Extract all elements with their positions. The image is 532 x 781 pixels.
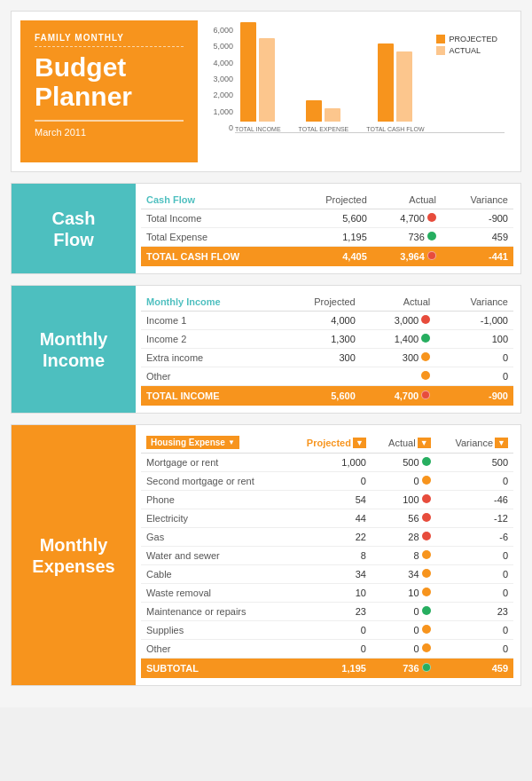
dot-exp9-green — [422, 606, 431, 615]
income-table: Monthly Income Projected Actual Variance… — [141, 293, 513, 406]
cashflow-table: Cash Flow Projected Actual Variance Tota… — [141, 191, 513, 266]
expenses-col4: Variance ▼ — [436, 432, 513, 454]
expense-row3-projected: 54 — [286, 491, 372, 509]
dot-income2-green — [421, 334, 430, 343]
expenses-label-text: MonthlyExpenses — [32, 534, 114, 577]
variance-dropdown-btn[interactable]: ▼ — [495, 438, 508, 448]
expense-row5-projected: 22 — [286, 528, 372, 547]
header-left: FAMILY MONTHLY BudgetPlanner March 2011 — [20, 20, 198, 162]
cashflow-col4: Variance — [442, 191, 513, 209]
bar-income-actual — [259, 38, 275, 122]
expense-row3-variance: -46 — [436, 491, 513, 509]
expenses-table: Housing Expense ▼ Projected ▼ — [141, 432, 513, 678]
dot-exp1-green — [422, 457, 431, 466]
income-col3: Actual — [361, 293, 435, 312]
income-col1: Monthly Income — [141, 293, 278, 312]
header-right: 6,000 5,000 4,000 3,000 2,000 1,000 0 — [198, 20, 512, 162]
expenses-total-variance: 459 — [436, 659, 513, 679]
bar-label-expense: TOTAL EXPENSE — [299, 126, 349, 132]
income-row4-projected — [278, 367, 361, 386]
expense-row9-projected: 23 — [286, 603, 372, 621]
expense-row10-label: Supplies — [141, 621, 286, 640]
legend-projected: PROJECTED — [436, 35, 497, 43]
income-row-3: Extra income 300 300 0 — [141, 349, 513, 367]
bar-group-cashflow: TOTAL CASH FLOW — [366, 43, 424, 132]
expense-row8-projected: 10 — [286, 584, 372, 603]
cashflow-col3: Actual — [372, 191, 442, 209]
dot-exp8-orange — [422, 588, 431, 596]
projected-dropdown-btn[interactable]: ▼ — [353, 438, 366, 448]
income-row-2: Income 2 1,300 1,400 100 — [141, 330, 513, 349]
cashflow-col2: Projected — [295, 191, 372, 209]
expense-row2-actual: 0 — [372, 472, 436, 491]
expenses-content: Housing Expense ▼ Projected ▼ — [136, 425, 520, 685]
cashflow-row1-variance: -900 — [442, 209, 513, 228]
income-header-row: Monthly Income Projected Actual Variance — [141, 293, 513, 312]
cashflow-row2-actual: 736 — [372, 228, 442, 247]
income-section: MonthlyIncome Monthly Income Projected A… — [11, 285, 521, 414]
dot-exp4-red — [422, 513, 431, 522]
legend-projected-color — [436, 35, 445, 43]
income-label: MonthlyIncome — [12, 286, 136, 413]
cashflow-header-row: Cash Flow Projected Actual Variance — [141, 191, 513, 209]
expense-row10-projected: 0 — [286, 621, 372, 640]
legend-actual-label: ACTUAL — [449, 46, 481, 55]
cashflow-total-row: TOTAL CASH FLOW 4,405 3,964 -441 — [141, 247, 513, 267]
income-row4-label: Other — [141, 367, 278, 386]
income-row3-label: Extra income — [141, 349, 278, 367]
dot-income1-red — [421, 315, 430, 324]
housing-expense-dropdown[interactable]: Housing Expense ▼ — [146, 436, 239, 449]
bar-cashflow-actual — [396, 51, 412, 122]
legend-projected-label: PROJECTED — [449, 35, 497, 43]
chart-x-axis — [235, 132, 505, 133]
bar-label-cashflow: TOTAL CASH FLOW — [366, 126, 424, 132]
expenses-total-projected: 1,195 — [286, 659, 372, 679]
income-row3-projected: 300 — [278, 349, 361, 367]
expense-row10-variance: 0 — [436, 621, 513, 640]
expense-row-2: Second mortgage or rent 0 0 0 — [141, 472, 513, 491]
header-section: FAMILY MONTHLY BudgetPlanner March 2011 … — [11, 11, 521, 172]
income-row3-variance: 0 — [435, 349, 513, 367]
dot-exp11-orange — [422, 643, 431, 652]
bar-income-projected — [240, 22, 256, 122]
dot-green — [427, 232, 436, 241]
expense-row8-variance: 0 — [436, 584, 513, 603]
cashflow-label-text: CashFlow — [52, 208, 96, 250]
expense-row-5: Gas 22 28 -6 — [141, 528, 513, 547]
expense-row5-label: Gas — [141, 528, 286, 547]
income-total-label: TOTAL INCOME — [141, 386, 278, 406]
dot-exp7-orange — [422, 569, 431, 578]
income-row2-actual: 1,400 — [361, 330, 435, 349]
dot-red — [427, 213, 436, 222]
page: FAMILY MONTHLY BudgetPlanner March 2011 … — [0, 0, 532, 707]
expense-row3-actual: 100 — [372, 491, 436, 509]
expense-row-9: Maintenance or repairs 23 0 23 — [141, 603, 513, 621]
legend-actual-color — [436, 46, 445, 55]
income-row2-label: Income 2 — [141, 330, 278, 349]
income-row-1: Income 1 4,000 3,000 -1,000 — [141, 312, 513, 330]
expenses-section: MonthlyExpenses Housing Expense ▼ — [11, 424, 521, 686]
income-row3-actual: 300 — [361, 349, 435, 367]
cashflow-col1: Cash Flow — [141, 191, 295, 209]
income-total-variance: -900 — [435, 386, 513, 406]
income-col4: Variance — [435, 293, 513, 312]
expense-row-1: Mortgage or rent 1,000 500 500 — [141, 454, 513, 472]
dropdown-arrow-1: ▼ — [228, 438, 235, 446]
bar-group-income: TOTAL INCOME — [235, 22, 281, 132]
expense-row10-actual: 0 — [372, 621, 436, 640]
expenses-total-row: SUBTOTAL 1,195 736 459 — [141, 659, 513, 679]
expense-row8-label: Waste removal — [141, 584, 286, 603]
expense-row1-actual: 500 — [372, 454, 436, 472]
expense-row11-projected: 0 — [286, 640, 372, 659]
actual-header: Actual ▼ — [388, 438, 431, 448]
income-row2-projected: 1,300 — [278, 330, 361, 349]
cashflow-row-2: Total Expense 1,195 736 459 — [141, 228, 513, 247]
income-row1-projected: 4,000 — [278, 312, 361, 330]
expense-row7-projected: 34 — [286, 565, 372, 584]
actual-dropdown-btn[interactable]: ▼ — [418, 438, 431, 448]
cashflow-row-1: Total Income 5,600 4,700 -900 — [141, 209, 513, 228]
expenses-header-row: Housing Expense ▼ Projected ▼ — [141, 432, 513, 454]
chart-legend: PROJECTED ACTUAL — [436, 35, 497, 55]
income-total-row: TOTAL INCOME 5,600 4,700 -900 — [141, 386, 513, 406]
cashflow-total-actual: 3,964 — [372, 247, 442, 267]
